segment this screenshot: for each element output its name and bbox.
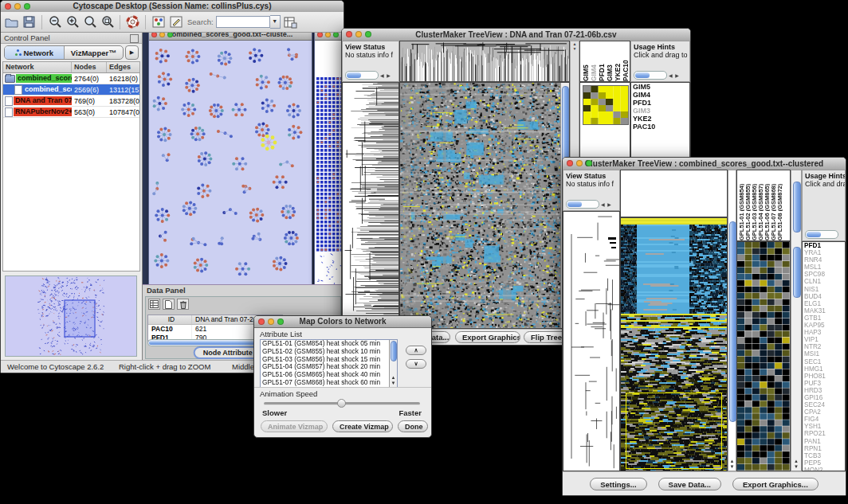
- column-label[interactable]: GPL51-02 (GSM855): [744, 170, 751, 240]
- column-label[interactable]: GPL51-06 (GSM865): [764, 170, 770, 240]
- gene-label[interactable]: BUD4: [803, 293, 845, 300]
- dialog-title-bar[interactable]: Map Colors to Network: [254, 316, 431, 328]
- similarity-matrix-canvas[interactable]: [583, 85, 629, 125]
- gene-label[interactable]: PAC10: [631, 123, 689, 131]
- gene-list-vscrollbar[interactable]: ▲▼: [791, 170, 802, 471]
- minimize-button[interactable]: [355, 31, 362, 37]
- tab-network[interactable]: Network: [5, 46, 65, 59]
- column-label[interactable]: GIM4: [590, 41, 598, 81]
- treeview1-title-bar[interactable]: ClusterMaker TreeView : DNA and Tran 07-…: [342, 29, 690, 41]
- zoom-button[interactable]: [277, 318, 284, 325]
- heatmap-canvas[interactable]: [400, 83, 560, 328]
- attribute-list-scrollbar[interactable]: ▲▼: [389, 340, 397, 387]
- column-label[interactable]: GPL51-08 (GSM872): [776, 170, 783, 240]
- search-dropdown-arrow[interactable]: ▼: [270, 15, 281, 29]
- row-dendrogram-canvas[interactable]: [343, 83, 398, 328]
- column-label[interactable]: GPL51-01 (GSM854): [738, 170, 744, 240]
- attribute-list-item[interactable]: GPL51-07 (GSM868) heat shock 60 min: [261, 379, 397, 387]
- move-up-button[interactable]: ∧: [406, 346, 426, 355]
- gene-label[interactable]: YKE2: [631, 115, 689, 123]
- status-scrollbar[interactable]: ◀ ▶: [345, 71, 391, 80]
- column-label[interactable]: GPL51-04 (GSM857): [757, 170, 764, 240]
- gene-label[interactable]: CPA2: [803, 408, 845, 416]
- gene-label[interactable]: GIM3: [631, 107, 689, 115]
- network-overview-panel[interactable]: [5, 275, 137, 357]
- minimize-button[interactable]: [268, 318, 274, 325]
- minimize-button[interactable]: [576, 160, 583, 166]
- minimize-button[interactable]: [14, 3, 21, 10]
- column-label[interactable]: GIM3: [606, 41, 614, 81]
- gene-label[interactable]: GPI16: [803, 394, 845, 401]
- gene-label[interactable]: SEC1: [803, 358, 845, 365]
- column-label[interactable]: GPL51-07 (GSM868): [770, 170, 776, 240]
- open-file-icon[interactable]: [4, 14, 19, 29]
- column-header-network[interactable]: Network: [3, 62, 72, 72]
- gene-label[interactable]: ELG1: [803, 300, 845, 307]
- network-view-canvas-2[interactable]: [315, 41, 344, 291]
- tab-vizmapper[interactable]: VizMapper™: [65, 46, 124, 59]
- gene-label[interactable]: GIM4: [631, 91, 689, 99]
- vizmapper-icon[interactable]: [151, 14, 166, 29]
- column-label[interactable]: GPL51-03 (GSM856): [751, 170, 757, 240]
- gene-label[interactable]: MSL1: [803, 264, 845, 271]
- zoom-button[interactable]: [167, 33, 173, 37]
- tab-overflow-button[interactable]: ▶: [125, 45, 139, 60]
- close-button[interactable]: [258, 318, 265, 325]
- done-button[interactable]: Done: [398, 420, 428, 432]
- column-label[interactable]: PAC10: [622, 41, 630, 81]
- gene-label[interactable]: NIS1: [803, 286, 845, 293]
- attribute-browser-icon[interactable]: [283, 14, 298, 29]
- column-header-edges[interactable]: Edges: [107, 62, 139, 72]
- gene-label[interactable]: HAP3: [803, 329, 845, 336]
- settings-button[interactable]: Settings...: [590, 478, 646, 490]
- network-view-canvas[interactable]: [149, 41, 310, 291]
- hints-scrollbar[interactable]: ◀ ▶: [634, 71, 680, 80]
- column-dendrogram-canvas[interactable]: [400, 41, 569, 81]
- heatmap-vscrollbar[interactable]: ▲▼: [728, 170, 736, 471]
- save-icon[interactable]: [22, 14, 37, 29]
- gene-label[interactable]: HMG1: [803, 365, 845, 373]
- minimize-button[interactable]: [325, 33, 331, 37]
- gene-label[interactable]: MAK31: [803, 307, 845, 315]
- animation-speed-slider[interactable]: [264, 402, 420, 405]
- heatmap-canvas[interactable]: [621, 218, 727, 471]
- zoom-button[interactable]: [586, 160, 592, 166]
- move-down-button[interactable]: ∨: [406, 359, 426, 369]
- gene-label[interactable]: FIG4: [803, 416, 845, 423]
- annotation-icon[interactable]: [168, 14, 183, 29]
- status-scrollbar[interactable]: ◀ ▶: [566, 200, 612, 209]
- zoom-button[interactable]: [333, 33, 339, 37]
- select-attributes-icon[interactable]: [148, 299, 160, 310]
- gene-label[interactable]: KAP95: [803, 322, 845, 329]
- gene-label[interactable]: NTR2: [803, 343, 845, 350]
- close-button[interactable]: [151, 33, 157, 37]
- gene-label[interactable]: RPN1: [803, 445, 845, 452]
- gene-label[interactable]: YSH1: [803, 423, 845, 430]
- zoom-out-icon[interactable]: [47, 14, 62, 29]
- gene-label[interactable]: PFD1: [631, 99, 689, 107]
- gene-label[interactable]: RPO21: [803, 430, 845, 437]
- column-label[interactable]: YKE2: [614, 41, 622, 81]
- gene-label[interactable]: SPC98: [803, 271, 845, 278]
- network-view-title-bar-2[interactable]: [315, 33, 344, 41]
- close-button[interactable]: [567, 160, 573, 166]
- minimize-button[interactable]: [159, 33, 165, 37]
- gene-label[interactable]: PEP5: [803, 459, 845, 467]
- gene-label[interactable]: SEC24: [803, 401, 845, 408]
- zoom-fit-icon[interactable]: [82, 14, 97, 29]
- export-graphics-button[interactable]: Export Graphics...: [455, 331, 520, 343]
- zoom-button[interactable]: [24, 3, 30, 10]
- gene-label[interactable]: TCB3: [803, 452, 845, 459]
- close-button[interactable]: [346, 31, 352, 37]
- gene-label[interactable]: PUF3: [803, 380, 845, 387]
- gene-label[interactable]: PHO81: [803, 373, 845, 380]
- gene-label[interactable]: HRD3: [803, 387, 845, 394]
- gene-label[interactable]: PAN1: [803, 438, 845, 445]
- network-list-item[interactable]: DNA and Tran 07769(0)183728(0): [3, 96, 139, 107]
- network-list-item[interactable]: combined_scores2764(0)16218(0): [3, 73, 139, 84]
- zoom-button[interactable]: [365, 31, 371, 37]
- column-label[interactable]: PFD1: [598, 41, 606, 81]
- delete-attribute-trash-icon[interactable]: [177, 299, 189, 310]
- column-header-nodes[interactable]: Nodes: [72, 62, 107, 72]
- gene-label[interactable]: YRA1: [803, 249, 845, 256]
